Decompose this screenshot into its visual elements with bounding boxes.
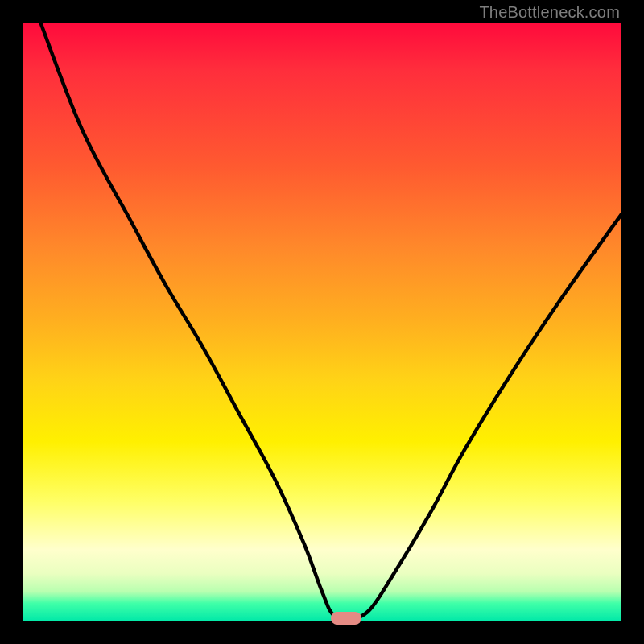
optimum-marker	[331, 612, 361, 625]
attribution-text: TheBottleneck.com	[479, 3, 620, 22]
curve-svg	[23, 23, 621, 621]
chart-frame: TheBottleneck.com	[0, 0, 644, 644]
bottleneck-curve	[40, 23, 621, 619]
plot-area	[23, 23, 621, 621]
